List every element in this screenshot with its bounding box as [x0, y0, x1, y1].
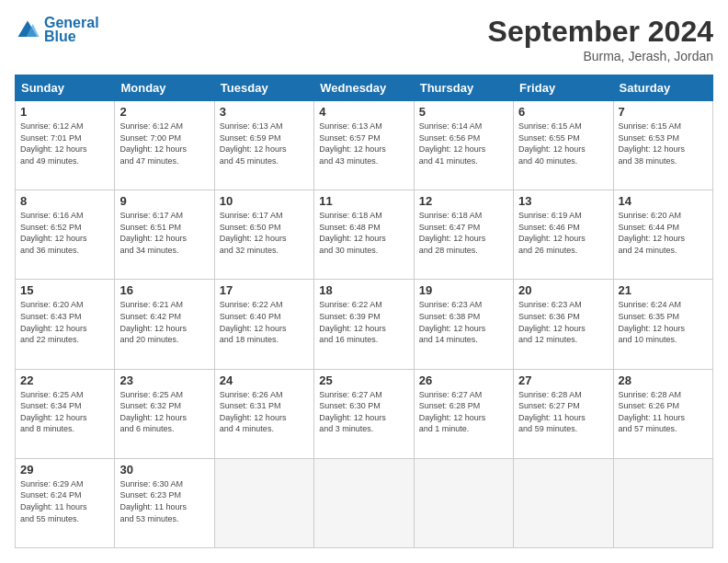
- day-number: 14: [619, 194, 708, 208]
- header-day-tuesday: Tuesday: [214, 75, 313, 101]
- header-day-thursday: Thursday: [414, 75, 513, 101]
- day-info: Sunrise: 6:27 AM Sunset: 6:28 PM Dayligh…: [419, 389, 508, 435]
- day-number: 8: [20, 194, 109, 208]
- day-number: 15: [20, 283, 109, 297]
- day-info: Sunrise: 6:13 AM Sunset: 6:57 PM Dayligh…: [319, 121, 408, 167]
- logo-text: General Blue: [44, 15, 99, 45]
- day-number: 5: [419, 105, 508, 119]
- day-info: Sunrise: 6:16 AM Sunset: 6:52 PM Dayligh…: [20, 210, 109, 256]
- day-info: Sunrise: 6:30 AM Sunset: 6:23 PM Dayligh…: [119, 478, 209, 524]
- day-info: Sunrise: 6:22 AM Sunset: 6:39 PM Dayligh…: [319, 299, 408, 345]
- day-info: Sunrise: 6:13 AM Sunset: 6:59 PM Dayligh…: [220, 121, 309, 167]
- week-row-2: 8Sunrise: 6:16 AM Sunset: 6:52 PM Daylig…: [16, 190, 713, 280]
- header-day-sunday: Sunday: [16, 75, 115, 101]
- calendar-header-row: SundayMondayTuesdayWednesdayThursdayFrid…: [16, 75, 713, 101]
- day-info: Sunrise: 6:26 AM Sunset: 6:31 PM Dayligh…: [220, 389, 309, 435]
- logo-icon: [15, 17, 40, 43]
- day-info: Sunrise: 6:17 AM Sunset: 6:51 PM Dayligh…: [119, 210, 209, 256]
- day-info: Sunrise: 6:24 AM Sunset: 6:35 PM Dayligh…: [619, 299, 708, 345]
- day-info: Sunrise: 6:29 AM Sunset: 6:24 PM Dayligh…: [20, 478, 109, 524]
- day-number: 23: [119, 373, 209, 387]
- header: General Blue September 2024 Burma, Jeras…: [15, 15, 713, 63]
- subtitle: Burma, Jerash, Jordan: [488, 49, 713, 63]
- day-info: Sunrise: 6:18 AM Sunset: 6:48 PM Dayligh…: [319, 210, 408, 256]
- day-number: 26: [419, 373, 508, 387]
- day-info: Sunrise: 6:15 AM Sunset: 6:53 PM Dayligh…: [619, 121, 708, 167]
- day-info: Sunrise: 6:17 AM Sunset: 6:50 PM Dayligh…: [220, 210, 309, 256]
- day-number: 19: [419, 283, 508, 297]
- day-number: 16: [119, 283, 209, 297]
- calendar-cell: 11Sunrise: 6:18 AM Sunset: 6:48 PM Dayli…: [314, 190, 414, 280]
- calendar-cell: 13Sunrise: 6:19 AM Sunset: 6:46 PM Dayli…: [514, 190, 613, 280]
- day-number: 20: [518, 283, 608, 297]
- day-number: 4: [319, 105, 408, 119]
- header-day-wednesday: Wednesday: [314, 75, 414, 101]
- calendar-cell: 1Sunrise: 6:12 AM Sunset: 7:01 PM Daylig…: [16, 101, 115, 190]
- calendar-cell: 29Sunrise: 6:29 AM Sunset: 6:24 PM Dayli…: [16, 458, 115, 547]
- day-info: Sunrise: 6:25 AM Sunset: 6:32 PM Dayligh…: [119, 389, 209, 435]
- calendar-cell: 9Sunrise: 6:17 AM Sunset: 6:51 PM Daylig…: [115, 190, 214, 280]
- calendar-table: SundayMondayTuesdayWednesdayThursdayFrid…: [15, 75, 713, 548]
- day-info: Sunrise: 6:18 AM Sunset: 6:47 PM Dayligh…: [419, 210, 508, 256]
- day-info: Sunrise: 6:20 AM Sunset: 6:44 PM Dayligh…: [619, 210, 708, 256]
- calendar-cell: 24Sunrise: 6:26 AM Sunset: 6:31 PM Dayli…: [214, 369, 313, 458]
- calendar-cell: 5Sunrise: 6:14 AM Sunset: 6:56 PM Daylig…: [414, 101, 513, 190]
- day-info: Sunrise: 6:15 AM Sunset: 6:55 PM Dayligh…: [518, 121, 608, 167]
- header-day-friday: Friday: [514, 75, 613, 101]
- calendar-cell: [214, 458, 313, 547]
- day-number: 21: [619, 283, 708, 297]
- calendar-cell: 20Sunrise: 6:23 AM Sunset: 6:36 PM Dayli…: [514, 280, 613, 369]
- day-number: 12: [419, 194, 508, 208]
- header-day-saturday: Saturday: [613, 75, 712, 101]
- week-row-3: 15Sunrise: 6:20 AM Sunset: 6:43 PM Dayli…: [16, 280, 713, 369]
- week-row-5: 29Sunrise: 6:29 AM Sunset: 6:24 PM Dayli…: [16, 458, 713, 547]
- day-number: 27: [518, 373, 608, 387]
- logo: General Blue: [15, 15, 99, 45]
- calendar-cell: 2Sunrise: 6:12 AM Sunset: 7:00 PM Daylig…: [115, 101, 214, 190]
- calendar-cell: 28Sunrise: 6:28 AM Sunset: 6:26 PM Dayli…: [613, 369, 712, 458]
- calendar-cell: 6Sunrise: 6:15 AM Sunset: 6:55 PM Daylig…: [514, 101, 613, 190]
- day-number: 25: [319, 373, 408, 387]
- day-number: 3: [220, 105, 309, 119]
- calendar-cell: 10Sunrise: 6:17 AM Sunset: 6:50 PM Dayli…: [214, 190, 313, 280]
- calendar-cell: 27Sunrise: 6:28 AM Sunset: 6:27 PM Dayli…: [514, 369, 613, 458]
- calendar-cell: [314, 458, 414, 547]
- page: General Blue September 2024 Burma, Jeras…: [0, 0, 728, 563]
- day-info: Sunrise: 6:12 AM Sunset: 7:00 PM Dayligh…: [119, 121, 209, 167]
- calendar-cell: 7Sunrise: 6:15 AM Sunset: 6:53 PM Daylig…: [613, 101, 712, 190]
- day-info: Sunrise: 6:27 AM Sunset: 6:30 PM Dayligh…: [319, 389, 408, 435]
- month-title: September 2024: [488, 15, 713, 49]
- day-info: Sunrise: 6:14 AM Sunset: 6:56 PM Dayligh…: [419, 121, 508, 167]
- calendar-cell: 3Sunrise: 6:13 AM Sunset: 6:59 PM Daylig…: [214, 101, 313, 190]
- calendar-cell: 18Sunrise: 6:22 AM Sunset: 6:39 PM Dayli…: [314, 280, 414, 369]
- title-block: September 2024 Burma, Jerash, Jordan: [488, 15, 713, 63]
- day-number: 28: [619, 373, 708, 387]
- calendar-cell: 22Sunrise: 6:25 AM Sunset: 6:34 PM Dayli…: [16, 369, 115, 458]
- day-info: Sunrise: 6:22 AM Sunset: 6:40 PM Dayligh…: [220, 299, 309, 345]
- day-number: 10: [220, 194, 309, 208]
- day-number: 13: [518, 194, 608, 208]
- calendar-cell: 15Sunrise: 6:20 AM Sunset: 6:43 PM Dayli…: [16, 280, 115, 369]
- calendar-cell: 23Sunrise: 6:25 AM Sunset: 6:32 PM Dayli…: [115, 369, 214, 458]
- day-number: 22: [20, 373, 109, 387]
- calendar-cell: 25Sunrise: 6:27 AM Sunset: 6:30 PM Dayli…: [314, 369, 414, 458]
- calendar-cell: 8Sunrise: 6:16 AM Sunset: 6:52 PM Daylig…: [16, 190, 115, 280]
- day-number: 11: [319, 194, 408, 208]
- calendar-cell: [514, 458, 613, 547]
- calendar-cell: [613, 458, 712, 547]
- calendar-cell: 26Sunrise: 6:27 AM Sunset: 6:28 PM Dayli…: [414, 369, 513, 458]
- day-number: 6: [518, 105, 608, 119]
- calendar-cell: 19Sunrise: 6:23 AM Sunset: 6:38 PM Dayli…: [414, 280, 513, 369]
- calendar-cell: 17Sunrise: 6:22 AM Sunset: 6:40 PM Dayli…: [214, 280, 313, 369]
- calendar-cell: 14Sunrise: 6:20 AM Sunset: 6:44 PM Dayli…: [613, 190, 712, 280]
- week-row-4: 22Sunrise: 6:25 AM Sunset: 6:34 PM Dayli…: [16, 369, 713, 458]
- day-number: 24: [220, 373, 309, 387]
- calendar-cell: 12Sunrise: 6:18 AM Sunset: 6:47 PM Dayli…: [414, 190, 513, 280]
- calendar-cell: [414, 458, 513, 547]
- day-info: Sunrise: 6:12 AM Sunset: 7:01 PM Dayligh…: [20, 121, 109, 167]
- calendar-cell: 21Sunrise: 6:24 AM Sunset: 6:35 PM Dayli…: [613, 280, 712, 369]
- day-number: 7: [619, 105, 708, 119]
- day-info: Sunrise: 6:28 AM Sunset: 6:27 PM Dayligh…: [518, 389, 608, 435]
- day-info: Sunrise: 6:20 AM Sunset: 6:43 PM Dayligh…: [20, 299, 109, 345]
- day-number: 30: [119, 463, 209, 477]
